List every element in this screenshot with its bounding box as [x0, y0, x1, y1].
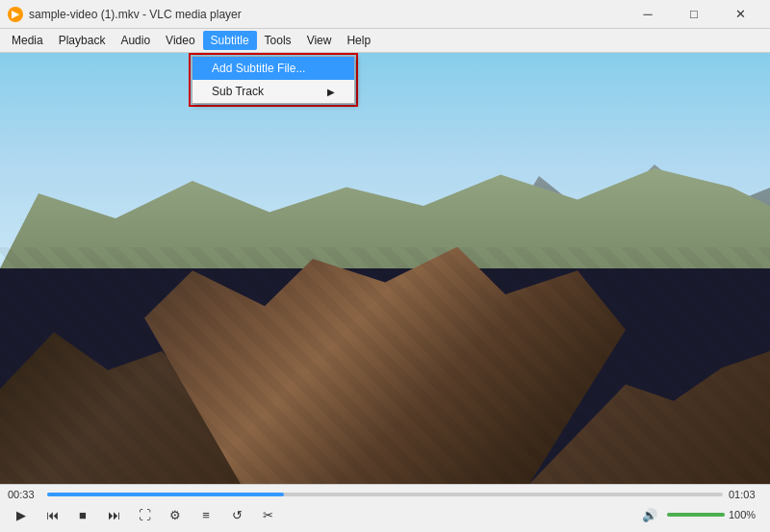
dropdown-menu: Add Subtitle File... Sub Track ▶: [192, 56, 355, 104]
stop-button[interactable]: ■: [69, 504, 96, 525]
volume-label: 100%: [729, 509, 762, 520]
progress-fill: [47, 493, 284, 496]
titlebar: ▶ sample-video (1).mkv - VLC media playe…: [0, 0, 770, 29]
sub-track-label: Sub Track: [212, 85, 264, 98]
menu-audio[interactable]: Audio: [113, 31, 158, 50]
progress-row: 00:33 01:03: [0, 485, 770, 502]
menu-media[interactable]: Media: [4, 31, 51, 50]
app-icon: ▶: [8, 7, 23, 22]
add-subtitle-file-item[interactable]: Add Subtitle File...: [192, 57, 354, 80]
next-button[interactable]: ⏭: [100, 504, 127, 525]
menubar: Media Playback Audio Video Subtitle Tool…: [0, 29, 770, 53]
extended-button[interactable]: ⚙: [162, 504, 189, 525]
window-controls: ─ □ ✕: [626, 0, 762, 29]
fullscreen-button[interactable]: ⛶: [131, 504, 158, 525]
time-total: 01:03: [729, 489, 762, 500]
maximize-button[interactable]: □: [672, 0, 716, 29]
play-button[interactable]: ▶: [8, 504, 35, 525]
controls-row: ▶ ⏮ ■ ⏭ ⛶ ⚙ ≡ ↺ ✂ 🔊 100%: [0, 502, 770, 527]
add-subtitle-label: Add Subtitle File...: [212, 62, 305, 75]
mute-button[interactable]: 🔊: [636, 504, 663, 525]
rock-texture: [0, 247, 770, 484]
video-area[interactable]: [0, 53, 770, 484]
volume-track[interactable]: [667, 513, 725, 517]
random-button[interactable]: ✂: [254, 504, 281, 525]
sub-track-item[interactable]: Sub Track ▶: [192, 80, 354, 103]
loop-button[interactable]: ↺: [223, 504, 250, 525]
window-title: sample-video (1).mkv - VLC media player: [29, 8, 626, 21]
video-content: [0, 53, 770, 484]
menu-tools[interactable]: Tools: [257, 31, 299, 50]
close-button[interactable]: ✕: [718, 0, 762, 29]
volume-fill: [667, 513, 725, 517]
menu-video[interactable]: Video: [158, 31, 202, 50]
menu-help[interactable]: Help: [339, 31, 378, 50]
menu-playback[interactable]: Playback: [51, 31, 114, 50]
controls-bar: 00:33 01:03 ▶ ⏮ ■ ⏭ ⛶ ⚙ ≡ ↺ ✂ 🔊 100%: [0, 484, 770, 532]
prev-button[interactable]: ⏮: [38, 504, 65, 525]
menu-view[interactable]: View: [299, 31, 340, 50]
volume-area: 🔊 100%: [636, 504, 762, 525]
sub-track-arrow: ▶: [327, 87, 335, 97]
time-current: 00:33: [8, 489, 41, 500]
foreground-rocks: [0, 247, 770, 484]
progress-track[interactable]: [47, 493, 723, 496]
subtitle-dropdown: Add Subtitle File... Sub Track ▶: [189, 53, 358, 107]
playlist-button[interactable]: ≡: [192, 504, 219, 525]
dropdown-border: Add Subtitle File... Sub Track ▶: [189, 53, 358, 107]
minimize-button[interactable]: ─: [626, 0, 670, 29]
menu-subtitle[interactable]: Subtitle: [203, 31, 257, 50]
